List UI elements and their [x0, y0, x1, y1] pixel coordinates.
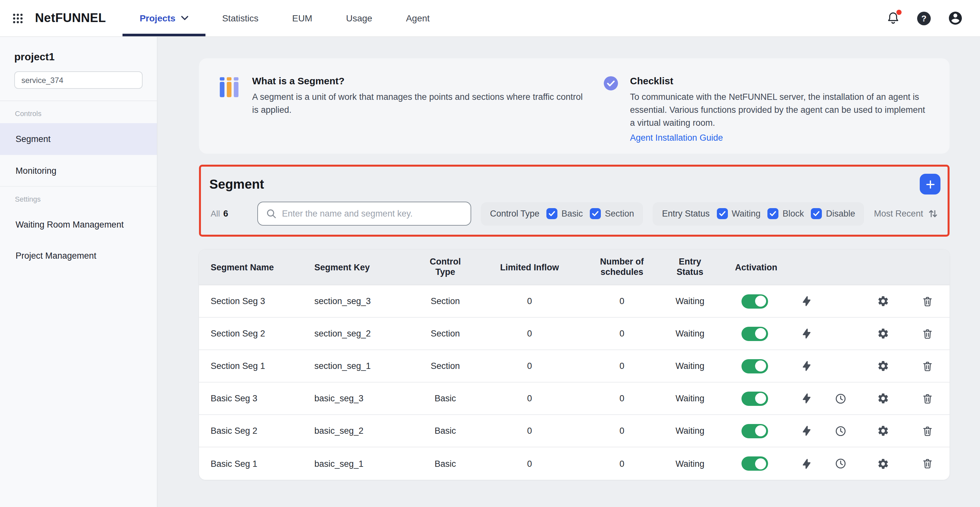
account-button[interactable]	[948, 10, 963, 26]
nav-item-agent[interactable]: Agent	[389, 0, 447, 36]
control-type-cell: Section	[413, 329, 478, 338]
nav-item-projects[interactable]: Projects	[123, 0, 205, 36]
schedule-clock-icon[interactable]	[835, 458, 846, 469]
settings-gear-icon[interactable]	[877, 392, 889, 405]
delete-trash-icon[interactable]	[922, 295, 933, 307]
col-header-limited-inflow: Limited Inflow	[478, 262, 581, 272]
control-type-cell: Section	[413, 296, 478, 306]
control-type-cell: Basic	[413, 394, 478, 403]
help-icon	[917, 11, 931, 25]
sidebar-item-segment[interactable]: Segment	[0, 123, 157, 155]
limited-inflow-cell: 0	[478, 296, 581, 306]
delete-trash-icon[interactable]	[922, 458, 933, 469]
nav-label: Usage	[346, 13, 372, 23]
schedules-cell: 0	[581, 459, 662, 469]
schedules-cell: 0	[581, 296, 662, 306]
nav-label: Projects	[140, 13, 176, 23]
activation-toggle-on[interactable]	[741, 359, 768, 373]
checkbox-checked-icon	[811, 208, 822, 219]
sidebar-section-settings: Settings	[0, 187, 157, 209]
filter-option-block[interactable]: Block	[768, 208, 804, 219]
settings-gear-icon[interactable]	[877, 425, 889, 437]
delete-trash-icon[interactable]	[922, 392, 933, 404]
quick-block-icon[interactable]	[801, 393, 812, 404]
all-label: All	[211, 209, 220, 218]
avatar-icon	[948, 10, 963, 26]
entry-status-filter: Entry Status Waiting Block Disable	[653, 202, 864, 225]
sidebar-item-monitoring[interactable]: Monitoring	[0, 155, 157, 187]
quick-block-icon[interactable]	[801, 296, 812, 307]
sidebar-item-label: Segment	[16, 134, 51, 143]
segment-name-cell: Section Seg 3	[199, 296, 303, 306]
sidebar-item-label: Project Management	[16, 250, 96, 260]
control-type-label: Control Type	[490, 209, 539, 218]
help-button[interactable]	[917, 11, 931, 25]
nav-label: Agent	[406, 13, 430, 23]
filter-option-disable[interactable]: Disable	[811, 208, 855, 219]
quick-block-icon[interactable]	[801, 360, 812, 371]
activation-toggle-on[interactable]	[741, 456, 768, 471]
settings-gear-icon[interactable]	[877, 458, 889, 470]
nav-item-statistics[interactable]: Statistics	[205, 0, 275, 36]
checkbox-checked-icon	[590, 208, 601, 219]
schedule-clock-icon[interactable]	[835, 425, 846, 437]
settings-gear-icon[interactable]	[877, 360, 889, 372]
sort-control[interactable]: Most Recent	[874, 209, 942, 218]
activation-toggle-on[interactable]	[741, 327, 768, 341]
entry-status-cell: Waiting	[662, 426, 718, 436]
limited-inflow-cell: 0	[478, 394, 581, 403]
netfunnel-logo[interactable]: NetFUNNEL	[35, 0, 106, 36]
activation-toggle-on[interactable]	[741, 294, 768, 308]
activation-toggle-on[interactable]	[741, 424, 768, 438]
checkbox-checked-icon	[717, 208, 728, 219]
nav-item-usage[interactable]: Usage	[329, 0, 389, 36]
segment-key-cell: basic_seg_3	[303, 394, 413, 403]
topbar-actions	[886, 0, 980, 36]
delete-trash-icon[interactable]	[922, 360, 933, 372]
filter-option-waiting[interactable]: Waiting	[717, 208, 760, 219]
search-input[interactable]	[282, 209, 463, 218]
service-selector[interactable]: service_374	[14, 71, 143, 89]
nav-item-eum[interactable]: EUM	[275, 0, 329, 36]
checklist-title: Checklist	[630, 75, 931, 87]
agent-installation-guide-link[interactable]: Agent Installation Guide	[630, 133, 723, 143]
filter-option-section[interactable]: Section	[590, 208, 634, 219]
settings-gear-icon[interactable]	[877, 295, 889, 307]
main-content: What is a Segment? A segment is a unit o…	[158, 37, 980, 507]
info-card: What is a Segment? A segment is a unit o…	[199, 58, 950, 154]
sidebar-item-project-management[interactable]: Project Management	[0, 240, 157, 271]
toggle-knob	[755, 393, 766, 404]
checkbox-label: Block	[783, 209, 804, 218]
activation-toggle-on[interactable]	[741, 391, 768, 405]
schedules-cell: 0	[581, 426, 662, 436]
col-header-schedules: Number of schedules	[594, 257, 650, 277]
limited-inflow-cell: 0	[478, 329, 581, 338]
settings-gear-icon[interactable]	[877, 327, 889, 340]
entry-status-cell: Waiting	[662, 329, 718, 338]
toggle-knob	[755, 360, 766, 371]
notifications-button[interactable]	[886, 11, 900, 25]
search-box	[257, 202, 471, 226]
segment-name-cell: Section Seg 2	[199, 329, 303, 338]
search-icon	[266, 208, 277, 219]
delete-trash-icon[interactable]	[922, 425, 933, 437]
control-type-cell: Basic	[413, 459, 478, 469]
entry-status-label: Entry Status	[662, 209, 710, 218]
sort-arrows-icon	[928, 209, 939, 218]
apps-grid-button[interactable]	[0, 0, 35, 36]
col-header-segment-name: Segment Name	[199, 262, 303, 272]
service-selected-value: service_374	[21, 75, 63, 84]
delete-trash-icon[interactable]	[922, 328, 933, 340]
segment-info-title: What is a Segment?	[252, 75, 586, 87]
quick-block-icon[interactable]	[801, 425, 812, 436]
quick-block-icon[interactable]	[801, 328, 812, 339]
filter-option-basic[interactable]: Basic	[547, 208, 583, 219]
quick-block-icon[interactable]	[801, 458, 812, 469]
sidebar-item-waiting-room-management[interactable]: Waiting Room Management	[0, 209, 157, 240]
project-title: project1	[0, 37, 157, 71]
schedule-clock-icon[interactable]	[835, 392, 846, 404]
checkbox-label: Basic	[562, 209, 583, 218]
page-title: Segment	[209, 177, 264, 191]
add-segment-button[interactable]	[920, 174, 940, 195]
table-row: Section Seg 1 section_seg_1 Section 0 0 …	[199, 350, 950, 383]
